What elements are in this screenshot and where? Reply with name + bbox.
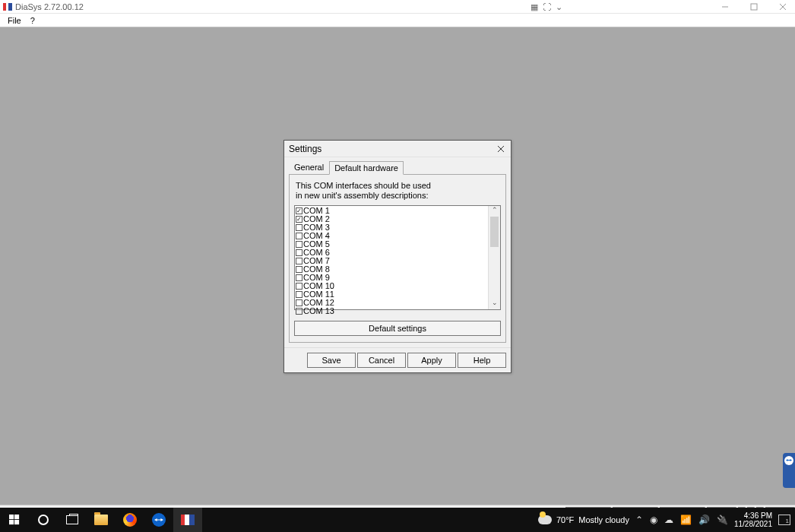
window-close-button[interactable] [774,2,792,12]
com-checkbox[interactable] [296,233,302,239]
scroll-up-icon[interactable]: ⌃ [489,206,500,217]
com-checkbox[interactable] [296,299,302,306]
com-checkbox[interactable] [296,308,302,315]
com-label: COM 13 [303,307,334,315]
app-title: DiaSys 2.72.00.12 [15,2,84,11]
svg-rect-6 [9,515,14,519]
cortana-button[interactable] [29,508,58,532]
com-checkbox[interactable] [296,266,302,273]
tray-wifi-icon[interactable]: 📶 [680,515,692,525]
taskbar-firefox[interactable] [116,508,144,532]
dialog-tabs: General Default hardware [284,160,511,174]
titlebar-tool-icons: ▦ ⛶ ⌄ [529,2,564,12]
window-minimize-button[interactable] [716,2,734,12]
titlebar-expand-icon[interactable]: ⛶ [541,2,552,12]
taskbar-teamviewer[interactable] [144,508,173,532]
task-view-button[interactable] [58,508,87,532]
window-maximize-button[interactable] [745,2,763,12]
weather-desc: Mostly cloudy [578,515,629,524]
apply-button[interactable]: Apply [407,353,456,368]
svg-rect-9 [14,520,19,524]
menu-file[interactable]: File [3,16,26,25]
com-checkbox[interactable] [296,283,302,290]
taskbar-weather[interactable]: 70°F Mostly cloudy [538,515,629,524]
settings-dialog: Settings General Default hardware This C… [283,140,512,373]
tray-volume-icon[interactable]: 🔊 [698,515,710,525]
com-list-item[interactable]: COM 13 [296,307,500,315]
listbox-scrollbar[interactable]: ⌃ ⌄ [488,206,500,309]
scroll-down-icon[interactable]: ⌄ [489,299,500,309]
com-checkbox[interactable]: ✓ [296,216,302,223]
save-button[interactable]: Save [307,353,356,368]
svg-rect-8 [9,520,14,524]
tray-chevron-up-icon[interactable]: ⌃ [635,515,643,525]
menu-help[interactable]: ? [26,16,40,25]
clock-date: 11/28/2021 [734,520,772,528]
app-titlebar: DiaSys 2.72.00.12 ▦ ⛶ ⌄ [0,0,795,14]
com-checkbox[interactable] [296,274,302,281]
weather-icon [538,515,552,524]
tab-panel-default-hardware: This COM interfaces should be used in ne… [289,174,506,343]
tray-onedrive-icon[interactable]: ☁ [664,515,673,525]
tab-default-hardware[interactable]: Default hardware [329,161,404,175]
com-checkbox[interactable] [296,258,302,264]
cancel-button[interactable]: Cancel [357,353,406,368]
svg-rect-7 [14,515,19,519]
titlebar-grid-icon[interactable]: ▦ [529,2,540,12]
windows-taskbar: 70°F Mostly cloudy ⌃ ◉ ☁ 📶 🔊 🔌 4:36 PM 1… [0,508,795,532]
com-checkbox[interactable] [296,291,302,298]
weather-temp: 70°F [556,515,574,524]
tab-general[interactable]: General [289,160,329,174]
dialog-title: Settings [289,144,321,154]
scroll-thumb[interactable] [490,217,499,247]
teamviewer-side-tab[interactable] [783,453,795,488]
com-hint-text: This COM interfaces should be used in ne… [296,181,432,201]
titlebar-dropdown-icon[interactable]: ⌄ [553,2,564,12]
default-settings-button[interactable]: Default settings [294,321,501,336]
taskbar-diasys[interactable] [173,508,202,532]
tray-power-icon[interactable]: 🔌 [717,515,728,525]
menubar: File ? [0,14,795,27]
start-button[interactable] [0,508,29,532]
taskbar-file-explorer[interactable] [87,508,116,532]
dialog-close-button[interactable] [496,144,506,154]
com-listbox[interactable]: ✓COM 1✓COM 2COM 3COM 4COM 5COM 6COM 7COM… [294,205,501,310]
app-icon [3,3,12,11]
com-checkbox[interactable] [296,224,302,231]
com-checkbox[interactable]: ✓ [296,207,302,214]
com-checkbox[interactable] [296,241,302,248]
com-checkbox[interactable] [296,249,302,256]
help-button[interactable]: Help [458,353,506,368]
action-center-icon[interactable] [778,515,790,525]
taskbar-clock[interactable]: 4:36 PM 11/28/2021 [734,511,772,528]
clock-time: 4:36 PM [734,511,772,520]
svg-rect-1 [751,4,757,10]
tray-meet-now-icon[interactable]: ◉ [650,515,657,525]
